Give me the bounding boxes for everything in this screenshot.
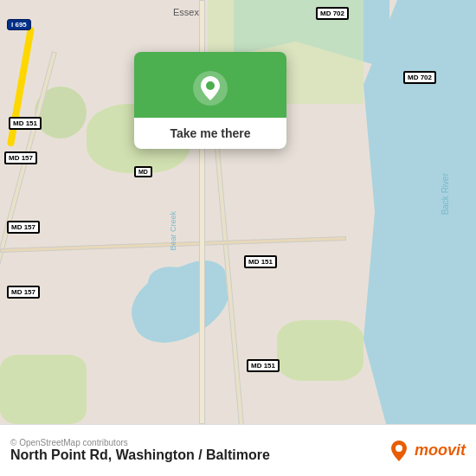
moovit-logo: moovit <box>387 439 466 463</box>
take-me-there-button[interactable]: Take me there <box>134 118 286 149</box>
location-title: North Point Rd, Washington / Baltimore <box>10 447 270 463</box>
shield-md-small: MD <box>134 166 152 177</box>
moovit-text: moovit <box>415 441 466 460</box>
shield-md702-2: MD 702 <box>403 71 436 84</box>
bottom-bar: © OpenStreetMap contributors North Point… <box>0 424 476 476</box>
shield-md702-1: MD 702 <box>316 7 349 20</box>
shield-md157-3: MD 157 <box>7 286 40 299</box>
green-area-4 <box>0 355 87 424</box>
shield-md151-3: MD 151 <box>247 359 280 372</box>
map-container: Essex I 695 MD 702 MD 702 MD 151 MD 157 … <box>0 0 476 424</box>
popup-icon-area <box>174 52 247 118</box>
moovit-pin-icon <box>387 439 411 463</box>
bottom-info: © OpenStreetMap contributors North Point… <box>10 438 270 463</box>
svg-point-2 <box>396 445 402 452</box>
shield-md157-1: MD 157 <box>4 151 37 164</box>
shield-md151-2: MD 151 <box>244 255 277 268</box>
shield-md151-1: MD 151 <box>9 117 42 130</box>
bear-creek-label: Bear Creek <box>169 211 177 251</box>
location-pin-icon <box>191 69 229 107</box>
copyright-text: © OpenStreetMap contributors <box>10 438 270 447</box>
essex-label: Essex <box>173 7 199 17</box>
popup-card: Take me there <box>134 52 286 149</box>
svg-point-1 <box>206 81 215 90</box>
shield-i695: I 695 <box>7 19 31 30</box>
back-river-label: Back River <box>441 173 450 215</box>
shield-md157-2: MD 157 <box>7 221 40 234</box>
green-area-2 <box>277 320 363 381</box>
